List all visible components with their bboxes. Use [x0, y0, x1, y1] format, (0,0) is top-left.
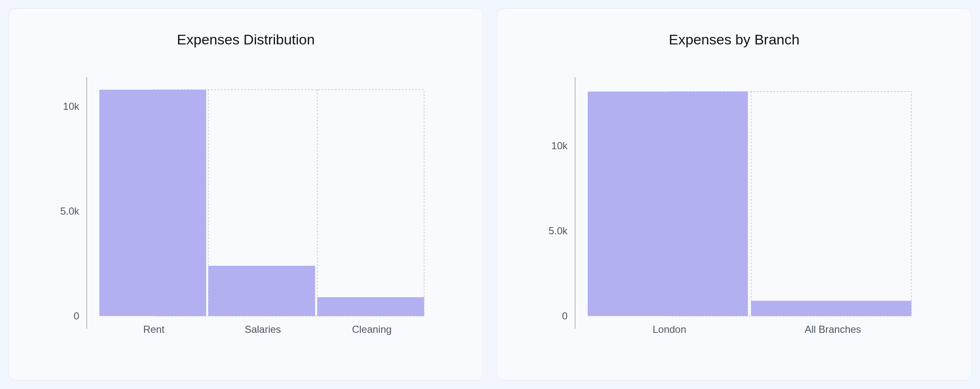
bar-chart: 05.0k10kRentSalariesCleaning: [36, 77, 456, 354]
chart-title: Expenses Distribution: [19, 31, 473, 48]
chart-card-distribution: Expenses Distribution 05.0k10kRentSalari…: [8, 8, 483, 381]
y-tick-label: 5.0k: [548, 225, 568, 236]
bar: [751, 301, 911, 316]
bar-chart: 05.0k10kLondonAll Branches: [525, 77, 944, 354]
bar: [317, 297, 424, 316]
chart-plot-area: 05.0k10kLondonAll Branches: [507, 60, 961, 370]
x-tick-label: Rent: [143, 324, 164, 335]
x-tick-label: All Branches: [804, 324, 861, 335]
y-tick-label: 10k: [63, 101, 80, 112]
y-tick-label: 0: [73, 310, 79, 322]
chart-title: Expenses by Branch: [507, 31, 961, 48]
chart-plot-area: 05.0k10kRentSalariesCleaning: [19, 60, 473, 370]
bar: [588, 91, 748, 316]
y-tick-label: 10k: [551, 140, 568, 151]
x-tick-label: Cleaning: [352, 324, 391, 335]
x-tick-label: Salaries: [244, 324, 281, 335]
x-tick-label: London: [652, 324, 686, 335]
bar: [208, 266, 315, 316]
bar: [99, 90, 206, 316]
y-tick-label: 5.0k: [60, 205, 79, 217]
chart-card-branch: Expenses by Branch 05.0k10kLondonAll Bra…: [497, 8, 972, 381]
charts-row: Expenses Distribution 05.0k10kRentSalari…: [0, 0, 980, 389]
y-tick-label: 0: [562, 310, 567, 322]
